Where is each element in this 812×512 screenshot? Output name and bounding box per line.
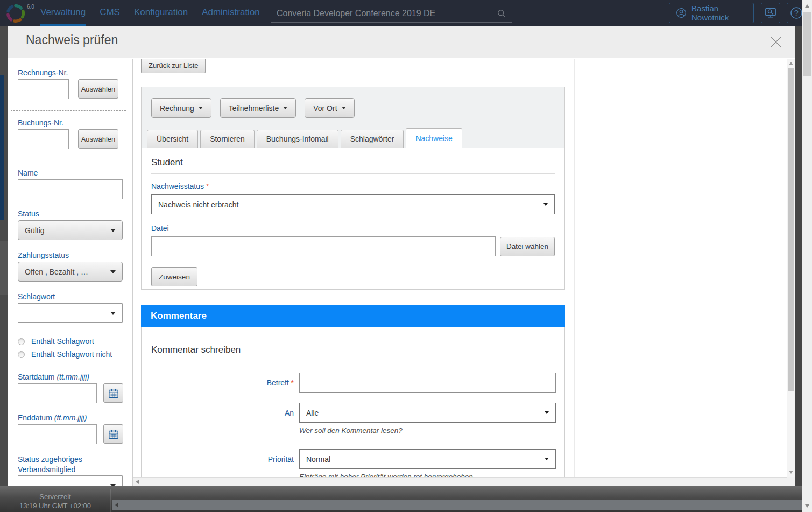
close-icon[interactable] — [769, 35, 783, 49]
user-name: Bastian Nowotnick — [691, 4, 747, 22]
scroll-up-icon[interactable] — [789, 62, 793, 65]
name-input[interactable] — [18, 179, 123, 199]
enddatum-calendar-button[interactable] — [103, 424, 123, 444]
betreff-input[interactable] — [299, 373, 556, 393]
nav-item-konfiguration[interactable]: Konfiguration — [134, 0, 188, 26]
caret-down-icon — [342, 107, 346, 109]
kommentare-header: Kommentare — [141, 305, 565, 327]
nav-label: Administration — [202, 7, 260, 17]
schlagwort-select[interactable]: – — [18, 303, 123, 323]
zahlungsstatus-label: Zahlungsstatus — [18, 251, 69, 259]
rechnungsnr-auswaehlen-button[interactable]: Auswählen — [78, 79, 118, 99]
server-time-label: Serverzeit — [0, 492, 110, 501]
startdatum-calendar-button[interactable] — [103, 383, 123, 403]
scroll-left-icon[interactable] — [136, 480, 139, 484]
zuweisen-button[interactable]: Zuweisen — [151, 267, 197, 286]
scrollbar-corner — [787, 477, 795, 486]
buchungsnr-input[interactable] — [18, 129, 69, 149]
betreff-label-text: Betreff — [267, 378, 289, 387]
datei-input[interactable] — [151, 236, 496, 256]
title-rule — [151, 361, 556, 361]
zahlungsstatus-select[interactable]: Offen , Bezahlt , … — [18, 262, 123, 282]
tab-buchungs-infomail[interactable]: Buchungs-Infomail — [257, 130, 338, 148]
schlagwort-label: Schlagwort — [18, 292, 55, 301]
zahlungsstatus-select-value: Offen , Bezahlt , … — [25, 268, 88, 276]
converia-logo[interactable]: 6.0 — [5, 3, 36, 24]
radio-icon[interactable] — [18, 338, 25, 345]
rechnungsnr-input[interactable] — [18, 79, 69, 99]
status-select[interactable]: Gültig — [18, 220, 123, 240]
caret-down-icon — [545, 411, 549, 414]
teilnehmerliste-dropdown-button[interactable]: Teilnehmerliste — [220, 98, 296, 118]
radio-icon[interactable] — [18, 351, 25, 358]
filter-sidebar: Rechnungs-Nr. Auswählen Buchungs-Nr. Aus… — [8, 59, 133, 486]
calendar-icon — [108, 429, 119, 440]
prioritaet-select[interactable]: Normal — [299, 449, 556, 469]
startdatum-label-text: Startdatum — [18, 373, 54, 381]
caret-down-icon — [110, 270, 116, 273]
modal-horizontal-scrollbar[interactable] — [133, 477, 787, 486]
caret-down-icon — [283, 107, 287, 109]
vor-ort-dropdown-button[interactable]: Vor Ort — [305, 98, 354, 118]
scroll-down-icon[interactable] — [789, 471, 793, 474]
radio-enthaelt-schlagwort-nicht[interactable]: Enthält Schlagwort nicht — [18, 350, 112, 359]
dimmed-sidebar-active-item — [0, 75, 4, 220]
conference-search-input[interactable] — [277, 9, 497, 18]
caret-down-icon — [543, 203, 548, 206]
nachweisstatus-select[interactable]: Nachweis nicht erbracht — [151, 194, 555, 214]
main-nav: Verwaltung CMS Konfiguration Administrat… — [40, 0, 260, 26]
verbandsmitglied-select[interactable] — [18, 475, 123, 486]
support-view-button[interactable] — [761, 3, 780, 23]
nav-item-cms[interactable]: CMS — [100, 0, 120, 26]
status-label: Status — [18, 209, 39, 218]
enddatum-format: (tt.mm.jjjj) — [54, 413, 87, 422]
prioritaet-select-value: Normal — [306, 455, 330, 464]
betreff-label: Betreff * — [142, 378, 294, 387]
nachweis-pruefen-modal: Nachweis prüfen Rechnungs-Nr. Auswählen … — [8, 26, 795, 486]
tab-schlagwoerter[interactable]: Schlagwörter — [341, 130, 404, 148]
page-scrollbar-thumb[interactable] — [803, 12, 811, 76]
an-select-value: Alle — [306, 409, 319, 417]
nav-item-administration[interactable]: Administration — [202, 0, 260, 26]
svg-text:?: ? — [794, 9, 799, 17]
an-hint: Wer soll den Kommentar lesen? — [299, 426, 403, 434]
verbandsmitglied-label: Status zugehöriges Verbandsmitglied — [18, 454, 82, 475]
user-menu-button[interactable]: Bastian Nowotnick — [669, 3, 754, 23]
buchungsnr-auswaehlen-button[interactable]: Auswählen — [78, 129, 118, 149]
converia-logo-icon — [5, 3, 26, 24]
an-field: Alle — [299, 403, 556, 423]
verbandsmitglied-label-line2: Verbandsmitglied — [18, 465, 75, 474]
kommentar-panel: Kommentar schreiben Betreff * An Alle — [141, 327, 565, 477]
enddatum-input[interactable] — [18, 424, 97, 444]
scroll-up-icon[interactable] — [805, 4, 809, 8]
caret-down-icon — [199, 107, 203, 109]
an-select[interactable]: Alle — [299, 403, 556, 423]
datei-label: Datei — [151, 224, 555, 233]
tab-stornieren[interactable]: Stornieren — [200, 130, 255, 148]
page-scrollbar[interactable] — [802, 0, 812, 512]
dimmed-horizontal-scrollbar — [112, 500, 802, 510]
scroll-down-icon[interactable] — [805, 504, 809, 508]
datei-waehlen-button[interactable]: Datei wählen — [500, 237, 555, 256]
rechnung-dropdown-button[interactable]: Rechnung — [151, 98, 211, 118]
radio-enthaelt-schlagwort[interactable]: Enthält Schlagwort — [18, 337, 94, 346]
separator — [11, 160, 126, 160]
app-window: 6.0 Verwaltung CMS Konfiguration Adminis… — [0, 0, 812, 512]
section-title: Student — [151, 157, 555, 174]
zurueck-zur-liste-button[interactable]: Zurück zur Liste — [141, 59, 206, 73]
tab-nachweise[interactable]: Nachweise — [406, 128, 462, 148]
modal-scrollbar-thumb[interactable] — [788, 68, 794, 391]
modal-title: Nachweis prüfen — [26, 33, 118, 47]
tab-uebersicht[interactable]: Übersicht — [147, 130, 198, 148]
nav-item-verwaltung[interactable]: Verwaltung — [40, 0, 86, 26]
scroll-left-icon — [115, 502, 118, 508]
prioritaet-field: Normal — [299, 449, 556, 469]
modal-vertical-scrollbar[interactable] — [787, 59, 795, 477]
server-time-value: 13:19 Uhr GMT +02:00 — [0, 501, 110, 510]
startdatum-input[interactable] — [18, 383, 97, 403]
prioritaet-hint: Einträge mit hoher Priorität werden rot … — [299, 473, 473, 477]
nachweisstatus-label-text: Nachweisstatus — [151, 182, 204, 191]
search-icon[interactable] — [497, 9, 506, 18]
caret-down-icon — [110, 312, 116, 315]
enddatum-label: Enddatum (tt.mm.jjjj) — [18, 413, 87, 422]
